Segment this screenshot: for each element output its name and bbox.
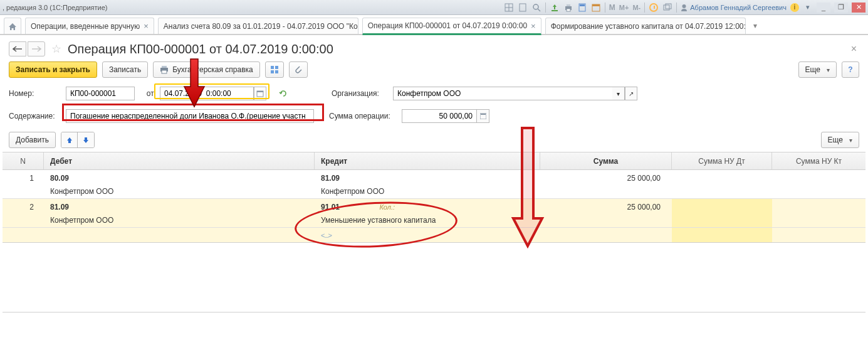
window-restore-button[interactable]: ❐ (834, 3, 848, 13)
move-up-button[interactable] (61, 132, 78, 147)
org-open-button[interactable]: ↗ (625, 87, 637, 100)
svg-line-5 (538, 9, 540, 11)
tb-print-icon[interactable] (563, 3, 573, 13)
number-label: Номер: (9, 89, 62, 98)
add-row-button[interactable]: Добавить (9, 132, 56, 148)
date-label: от: (139, 89, 156, 98)
svg-rect-23 (275, 70, 278, 73)
table-row-sub[interactable]: <...> (3, 228, 865, 243)
col-sum[interactable]: Сумма (540, 152, 672, 169)
nav-back-button[interactable] (9, 41, 26, 56)
favorite-star-icon[interactable]: ☆ (51, 42, 61, 56)
cell-debit-sub: Конфетпром ООО (44, 184, 315, 198)
attach-button[interactable] (289, 61, 308, 78)
content-label: Содержание: (9, 112, 62, 120)
tab-capital-formation[interactable]: Формирование уставного капитала от 04.07… (545, 18, 746, 34)
move-down-button[interactable] (78, 132, 94, 147)
tb-dropdown-icon[interactable]: ▾ (803, 3, 813, 13)
cell-nu-dt (672, 199, 772, 213)
cell-debit-acct: 80.09 (44, 170, 315, 184)
nav-forward-button[interactable] (28, 41, 45, 56)
tb-scale-mplus-icon[interactable]: M+ (619, 4, 629, 11)
home-tab[interactable] (4, 18, 21, 34)
org-dropdown-button[interactable]: ▾ (612, 87, 625, 100)
page-header: ☆ Операция КП00-000001 от 04.07.2019 0:0… (0, 35, 868, 60)
calculator-icon (480, 113, 486, 119)
svg-rect-25 (257, 91, 263, 92)
tab-overflow-icon[interactable]: ▾ (750, 18, 761, 34)
calendar-icon (256, 90, 264, 97)
tb-calendar-icon[interactable] (591, 3, 601, 13)
tb-window-icon[interactable] (662, 3, 672, 13)
svg-rect-3 (520, 4, 526, 11)
date-input[interactable] (160, 87, 254, 100)
cell-sum: 25 000,00 (540, 170, 672, 184)
main-toolbar: Записать и закрыть Записать Бухгалтерска… (0, 60, 868, 84)
svg-rect-11 (580, 4, 585, 6)
tab-operation-active[interactable]: Операция КП00-000001 от 04.07.2019 0:00:… (362, 18, 541, 35)
cell-credit-expand: <...> (321, 232, 332, 239)
window-minimize-button[interactable]: _ (817, 3, 830, 13)
cell-nu-dt (672, 170, 772, 184)
tab-account-analysis[interactable]: Анализ счета 80.09 за 01.01.2019 - 04.07… (158, 18, 358, 34)
sum-label: Сумма операции: (329, 112, 398, 120)
col-nu-kt[interactable]: Сумма НУ Кт (772, 152, 865, 169)
tb-search-icon[interactable] (531, 3, 541, 13)
col-debit[interactable]: Дебет (44, 152, 315, 169)
printer-icon (160, 65, 169, 74)
svg-rect-8 (567, 4, 570, 6)
svg-rect-20 (271, 66, 274, 69)
print-accounting-note-button[interactable]: Бухгалтерская справка (153, 61, 260, 78)
more-button[interactable]: Еще (798, 61, 837, 78)
sum-calc-button[interactable] (477, 109, 489, 123)
page-title: Операция КП00-000001 от 04.07.2019 0:00:… (68, 42, 333, 56)
window-close-button[interactable]: ✕ (852, 3, 865, 13)
org-input[interactable] (393, 87, 612, 100)
table-row[interactable]: 1 80.09 81.09 25 000,00 (3, 170, 865, 184)
tb-calc-icon[interactable] (577, 3, 587, 13)
cell-nu-kt (772, 199, 865, 213)
tree-button[interactable] (265, 61, 284, 78)
refresh-date-button[interactable] (276, 87, 290, 100)
close-icon[interactable]: × (531, 22, 536, 30)
svg-rect-15 (666, 4, 671, 9)
tb-doc-icon[interactable] (518, 3, 528, 13)
calendar-picker-button[interactable] (254, 87, 266, 100)
svg-point-16 (682, 4, 686, 8)
cell-nu-kt (772, 170, 865, 184)
tb-history-icon[interactable] (649, 3, 659, 13)
cell-credit-acct: 91.01 Кол.: (315, 199, 540, 213)
tab-manual-operations[interactable]: Операции, введенные вручную × (25, 18, 154, 34)
col-credit[interactable]: Кредит (315, 152, 540, 169)
page-close-button[interactable]: × (849, 43, 859, 55)
tb-scale-m-icon[interactable]: M (609, 3, 615, 12)
number-input[interactable] (66, 87, 135, 100)
help-button[interactable]: ? (842, 61, 859, 78)
cell-debit-acct: 81.09 (44, 199, 315, 213)
col-n[interactable]: N (3, 152, 44, 169)
svg-rect-9 (567, 9, 570, 11)
table-more-button[interactable]: Еще (821, 132, 859, 148)
org-select[interactable]: ▾ ↗ (393, 87, 637, 100)
cell-sum: 25 000,00 (540, 199, 672, 213)
tb-upload-icon[interactable] (550, 3, 560, 13)
current-user[interactable]: Абрамов Геннадий Сергеевич (681, 4, 787, 11)
table-row[interactable]: 2 81.09 91.01 Кол.: 25 000,00 (3, 199, 865, 213)
cell-credit-sub: Уменьшение уставного капитала (315, 213, 540, 227)
nav-buttons (9, 41, 45, 56)
close-icon[interactable]: × (144, 22, 149, 30)
app-titlebar: , редакция 3.0 (1С:Предприятие) M M+ M- … (0, 0, 868, 15)
org-label: Организация: (332, 89, 389, 98)
tb-grid-icon[interactable] (504, 3, 514, 13)
arrow-up-icon (66, 136, 73, 144)
tb-scale-mminus-icon[interactable]: M- (632, 4, 641, 11)
save-button[interactable]: Записать (102, 61, 148, 78)
tb-info-icon[interactable]: i (790, 3, 799, 12)
sum-input[interactable] (402, 109, 477, 123)
col-nu-dt[interactable]: Сумма НУ Дт (672, 152, 772, 169)
save-and-close-button[interactable]: Записать и закрыть (9, 61, 97, 78)
content-input[interactable] (66, 109, 314, 123)
svg-rect-14 (664, 5, 669, 10)
table-row-sub[interactable]: Конфетпром ООО Конфетпром ООО (3, 184, 865, 199)
table-row-sub[interactable]: Конфетпром ООО Уменьшение уставного капи… (3, 213, 865, 228)
